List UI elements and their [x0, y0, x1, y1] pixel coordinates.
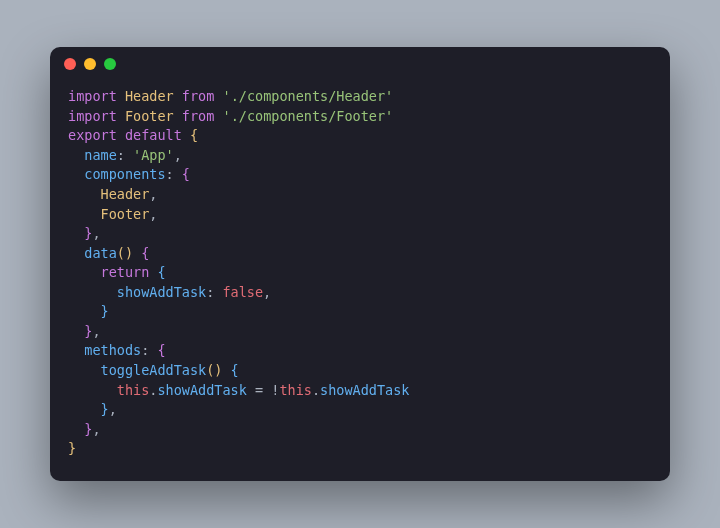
minimize-icon[interactable]	[84, 58, 96, 70]
code-line: },	[68, 322, 652, 342]
code-line: this.showAddTask = !this.showAddTask	[68, 381, 652, 401]
code-line: Footer,	[68, 205, 652, 225]
code-line: import Header from './components/Header'	[68, 87, 652, 107]
code-line: export default {	[68, 126, 652, 146]
code-line: }	[68, 439, 652, 459]
code-line: name: 'App',	[68, 146, 652, 166]
code-line: components: {	[68, 165, 652, 185]
code-line: },	[68, 420, 652, 440]
code-line: }	[68, 302, 652, 322]
code-line: showAddTask: false,	[68, 283, 652, 303]
code-line: Header,	[68, 185, 652, 205]
code-line: },	[68, 400, 652, 420]
window-titlebar	[50, 47, 670, 81]
code-line: import Footer from './components/Footer'	[68, 107, 652, 127]
code-line: },	[68, 224, 652, 244]
code-line: methods: {	[68, 341, 652, 361]
code-line: data() {	[68, 244, 652, 264]
code-window: import Header from './components/Header'…	[50, 47, 670, 481]
code-line: toggleAddTask() {	[68, 361, 652, 381]
code-block: import Header from './components/Header'…	[50, 81, 670, 481]
maximize-icon[interactable]	[104, 58, 116, 70]
code-line: return {	[68, 263, 652, 283]
close-icon[interactable]	[64, 58, 76, 70]
